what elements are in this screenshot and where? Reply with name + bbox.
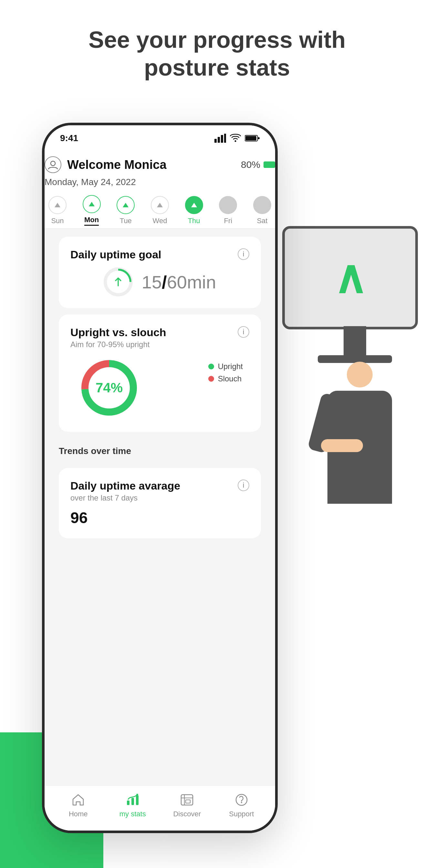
day-item-wed[interactable]: Wed <box>147 196 173 225</box>
upright-slouch-body: 74% Upright Slouch <box>70 355 249 420</box>
day-item-sat[interactable]: Sat <box>249 196 275 225</box>
nav-label-discover: Discover <box>173 810 201 818</box>
home-icon <box>70 792 86 808</box>
day-label-tue: Tue <box>120 217 132 225</box>
uptime-value: 15/60min <box>142 272 216 292</box>
legend-dot-slouch <box>208 376 214 382</box>
status-time: 9:41 <box>60 133 78 144</box>
arrow-mon <box>89 202 95 206</box>
day-circle-wed <box>151 196 169 214</box>
page-title: See your progress with posture stats <box>0 26 434 82</box>
uptime-avg-card: Daily uptime avarage over the last 7 day… <box>59 468 261 538</box>
svg-rect-14 <box>136 795 138 805</box>
day-label-sat: Sat <box>257 217 268 225</box>
app-content: Daily uptime goal i 15/60min <box>44 229 275 833</box>
nav-label-my-stats: my stats <box>120 810 146 818</box>
legend-dot-upright <box>208 364 214 369</box>
cards-section: Daily uptime goal i 15/60min <box>59 237 261 538</box>
chevron-icon: ∧ <box>334 255 367 300</box>
partial-value: 96 <box>70 509 249 527</box>
uptime-content: 15/60min <box>70 268 249 297</box>
day-item-fri[interactable]: Fri <box>215 196 241 225</box>
nav-item-my-stats[interactable]: my stats <box>105 792 160 818</box>
day-item-mon[interactable]: Mon <box>79 195 104 226</box>
day-circle-sat <box>253 196 271 214</box>
battery-widget: 80% <box>241 159 275 170</box>
day-label-thu: Thu <box>188 217 200 225</box>
uptime-avg-header: Daily uptime avarage over the last 7 day… <box>70 479 249 502</box>
bottom-nav: Home my stats <box>44 785 275 831</box>
uptime-card-header: Daily uptime goal i <box>70 248 249 261</box>
support-icon <box>234 792 250 808</box>
day-item-tue[interactable]: Tue <box>113 196 138 225</box>
legend-slouch: Slouch <box>208 374 243 383</box>
progress-inner <box>107 271 129 293</box>
svg-rect-7 <box>245 136 256 141</box>
svg-rect-12 <box>127 801 129 805</box>
signal-icon <box>214 134 226 143</box>
svg-point-15 <box>136 794 138 796</box>
person-head <box>347 362 373 388</box>
nav-item-support[interactable]: Support <box>214 792 269 818</box>
donut-center-text: 74% <box>96 380 123 396</box>
welcome-name: Welcome Monica <box>67 158 166 172</box>
welcome-left: Welcome Monica <box>44 156 166 173</box>
date-label: Monday, May 24, 2022 <box>44 177 275 187</box>
svg-rect-13 <box>131 798 134 805</box>
phone-mockup: 9:41 <box>42 123 278 833</box>
day-circle-tue <box>117 196 135 214</box>
donut-chart: 74% <box>77 355 142 420</box>
legend-upright: Upright <box>208 362 243 371</box>
upright-info-icon[interactable]: i <box>238 326 249 338</box>
day-label-sun: Sun <box>51 217 64 225</box>
user-avatar-icon <box>44 156 61 173</box>
day-circle-sun <box>49 196 66 214</box>
svg-rect-2 <box>221 135 223 143</box>
status-icons <box>214 134 259 143</box>
wifi-icon <box>230 134 241 143</box>
uptime-avg-info-icon[interactable]: i <box>238 479 249 491</box>
svg-point-21 <box>241 802 242 803</box>
stats-icon <box>125 792 141 808</box>
nav-item-discover[interactable]: Discover <box>160 792 214 818</box>
upright-card-title: Upright vs. slouch <box>70 326 166 339</box>
nav-item-home[interactable]: Home <box>51 792 105 818</box>
person-forearm <box>321 439 363 452</box>
day-circle-fri <box>219 196 237 214</box>
status-bar: 9:41 <box>44 125 275 147</box>
welcome-row: Welcome Monica 80% <box>44 156 275 173</box>
app-header: Welcome Monica 80% Monday, May 24, 2022 … <box>42 147 278 229</box>
uptime-goal-card: Daily uptime goal i 15/60min <box>59 237 261 308</box>
upright-slouch-card: Upright vs. slouch Aim for 70-95% uprigh… <box>59 314 261 432</box>
day-circle-thu <box>185 196 203 214</box>
uptime-avg-subtitle: over the last 7 days <box>70 493 180 502</box>
day-circle-mon <box>83 195 101 213</box>
arrow-thu <box>191 203 197 207</box>
uptime-avg-title: Daily uptime avarage <box>70 479 180 492</box>
svg-rect-3 <box>224 134 226 143</box>
monitor-shape: ∧ <box>282 226 418 330</box>
arrow-sun <box>55 203 60 207</box>
person-body <box>328 391 392 504</box>
day-item-sun[interactable]: Sun <box>44 196 70 225</box>
uptime-arrow-icon <box>112 275 125 288</box>
day-label-wed: Wed <box>153 217 167 225</box>
upright-card-subtitle: Aim for 70-95% upright <box>70 340 166 349</box>
uptime-progress-circle <box>104 268 133 297</box>
upright-card-title-group: Upright vs. slouch Aim for 70-95% uprigh… <box>70 326 166 349</box>
svg-point-8 <box>51 161 55 166</box>
arrow-wed <box>157 203 163 207</box>
uptime-card-title: Daily uptime goal <box>70 248 161 261</box>
trends-label: Trends over time <box>59 446 261 456</box>
legend: Upright Slouch <box>208 362 243 383</box>
day-label-fri: Fri <box>224 217 232 225</box>
monitor-stand <box>344 326 366 359</box>
day-item-thu[interactable]: Thu <box>181 196 207 225</box>
arrow-tue <box>123 203 128 207</box>
nav-label-home: Home <box>69 810 88 818</box>
svg-rect-0 <box>214 139 217 143</box>
uptime-info-icon[interactable]: i <box>238 248 249 260</box>
battery-status-icon <box>245 134 259 142</box>
svg-point-4 <box>235 141 237 142</box>
uptime-avg-title-group: Daily uptime avarage over the last 7 day… <box>70 479 180 502</box>
